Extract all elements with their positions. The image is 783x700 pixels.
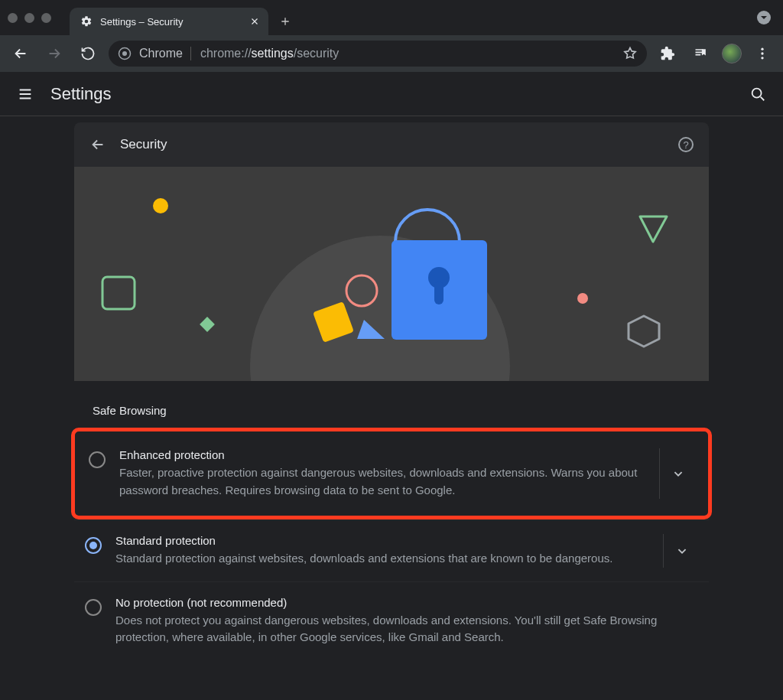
browser-tab[interactable]: Settings – Security [70,8,268,35]
reload-button[interactable] [75,41,101,67]
group-label: Safe Browsing [74,381,709,428]
hamburger-icon[interactable] [17,86,34,103]
url-text: chrome://settings/security [200,47,339,60]
back-icon[interactable] [89,136,106,153]
option-title: No protection (not recommended) [115,596,692,609]
forward-button[interactable] [41,41,67,67]
svg-point-1 [122,51,127,56]
highlighted-option: Enhanced protection Faster, proactive pr… [71,428,712,519]
window-minimize-button[interactable] [24,13,34,23]
svg-point-15 [577,293,588,304]
bookmark-icon[interactable] [622,46,638,61]
expand-button[interactable] [663,534,700,568]
window-zoom-button[interactable] [41,13,51,23]
settings-appbar: Settings [0,72,783,116]
option-no-protection[interactable]: No protection (not recommended) Does not… [74,581,709,660]
window-controls [8,13,51,23]
site-info-icon[interactable] [118,47,132,60]
address-bar[interactable]: Chrome chrome://settings/security [109,41,647,67]
safe-browsing-options: Enhanced protection Faster, proactive pr… [74,428,709,660]
option-description: Faster, proactive protection against dan… [119,464,638,499]
option-title: Standard protection [115,534,642,547]
tab-title: Settings – Security [100,16,183,28]
svg-rect-9 [200,317,215,332]
profile-avatar[interactable] [722,44,742,63]
section-header: Security ? [74,122,709,167]
svg-point-3 [761,52,763,54]
new-tab-button[interactable] [275,11,296,32]
option-description: Does not protect you against dangerous w… [115,612,692,646]
svg-point-2 [761,48,763,50]
svg-point-7 [153,198,168,213]
radio-button[interactable] [89,451,106,468]
close-icon[interactable] [249,15,261,28]
help-icon[interactable]: ? [678,137,694,152]
browser-toolbar: Chrome chrome://settings/security [0,35,783,72]
dropdown-icon[interactable] [757,11,771,24]
back-button[interactable] [8,41,34,67]
window-titlebar: Settings – Security [0,0,783,35]
extensions-icon[interactable] [655,41,681,67]
option-standard-protection[interactable]: Standard protection Standard protection … [74,519,709,581]
svg-rect-8 [102,277,135,309]
window-close-button[interactable] [8,13,18,23]
settings-content: Security ? [74,122,709,700]
appbar-title: Settings [50,84,112,104]
kebab-menu-icon[interactable] [749,41,775,67]
omnibox-chip: Chrome [139,47,191,60]
section-title: Security [120,137,167,152]
svg-rect-14 [434,282,443,304]
settings-page: Security ? [0,116,783,700]
option-enhanced-protection[interactable]: Enhanced protection Faster, proactive pr… [78,435,705,513]
svg-point-4 [761,57,763,59]
option-description: Standard protection against websites, do… [115,550,642,568]
radio-button[interactable] [85,599,102,616]
svg-point-5 [752,88,762,97]
radio-button[interactable] [85,537,102,554]
security-hero-illustration [74,167,709,381]
gear-icon [80,15,93,28]
option-title: Enhanced protection [119,448,638,461]
expand-button[interactable] [659,448,696,499]
search-icon[interactable] [749,86,766,103]
reading-list-icon[interactable] [688,41,714,67]
